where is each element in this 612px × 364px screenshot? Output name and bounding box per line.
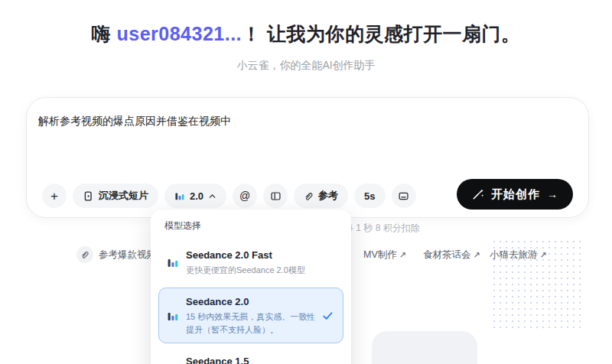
suggestion-label: MV制作 [363,249,397,260]
model-name: Seedance 2.0 [186,295,320,310]
username: user084321... [116,23,242,44]
immersive-label: 沉浸式短片 [99,189,148,203]
app-canvas: 嗨 user084321...！ 让我为你的灵感打开一扇门。 小云雀，你的全能A… [0,0,612,364]
composer-toolbar: + 沉浸式短片 2.0 @ [42,184,416,208]
model-name: Seedance 1.5 [186,355,335,364]
at-icon: @ [239,190,250,202]
suggestion-cat-travel[interactable]: 小猫去旅游↗ [490,249,547,262]
add-attachment-button[interactable]: + [42,184,67,208]
bottom-card-edge [372,331,477,364]
prompt-card: 解析参考视频的爆点原因并借鉴在视频中 + 沉浸式短片 2.0 [26,97,589,218]
suggestion-label: 参考爆款视频 [99,249,156,262]
greeting-suffix: ！ 让我为你的灵感打开一扇门。 [242,23,520,44]
arrow-up-right-icon: ↗ [399,250,406,259]
prompt-input[interactable]: 解析参考视频的爆点原因并借鉴在视频中 [38,113,573,129]
plus-icon: + [50,190,58,203]
frame-button[interactable] [263,184,288,208]
suggestion-food-tea-party[interactable]: 食材茶话会↗ [423,249,480,262]
mention-button[interactable]: @ [233,184,257,208]
chevron-up-icon [208,192,216,200]
model-version-button[interactable]: 2.0 [164,184,226,208]
reference-button[interactable]: 参考 [294,184,348,208]
check-icon [322,310,334,321]
magic-wand-icon [472,188,484,200]
model-option-seedance-2-0[interactable]: Seedance 2.0 15 秒内效果无损，真实感、一致性提升（暂不支持人脸）… [158,288,343,343]
reference-label: 参考 [318,189,338,203]
portrait-video-icon [83,190,94,202]
bar-chart-icon [167,310,179,322]
model-version-label: 2.0 [190,190,203,202]
caption-button[interactable] [392,184,416,208]
suggestion-label: 食材茶话会 [423,249,471,260]
start-create-button[interactable]: 开始创作 → [457,179,573,210]
assistant-tagline: 小云雀，你的全能AI创作助手 [0,59,612,73]
model-description: 15 秒内效果无损，真实感、一致性提升（暂不支持人脸）。 [186,310,320,336]
model-option-seedance-1-5[interactable]: Seedance 1.5 音画直出，轻松打造沉浸式短片 [158,347,343,364]
suggestion-label: 小猫去旅游 [490,249,538,260]
model-name: Seedance 2.0 Fast [186,249,335,263]
model-select-menu: 模型选择 Seedance 2.0 Fast 更快更便宜的Seedance 2.… [151,210,351,364]
model-option-seedance-2-0-fast[interactable]: Seedance 2.0 Fast 更快更便宜的Seedance 2.0模型 [158,241,343,284]
duration-button[interactable]: 5s [354,184,385,208]
model-description: 更快更便宜的Seedance 2.0模型 [186,264,335,277]
caption-icon [398,190,409,202]
suggestion-mv-production[interactable]: MV制作↗ [363,249,406,262]
arrow-right-icon: → [547,188,558,200]
immersive-short-film-button[interactable]: 沉浸式短片 [73,184,158,208]
arrow-up-right-icon: ↗ [540,250,547,259]
frame-icon [270,190,282,202]
credit-cost-note: 每 1 秒 8 积分扣除 [344,222,420,235]
bar-chart-icon [167,256,179,268]
menu-header: 模型选择 [164,219,343,232]
page-title: 嗨 user084321...！ 让我为你的灵感打开一扇门。 [0,21,612,47]
paperclip-icon [304,191,314,201]
greeting-prefix: 嗨 [92,23,117,44]
duration-label: 5s [364,190,375,202]
paperclip-bubble-icon [76,246,93,263]
start-create-label: 开始创作 [491,187,540,202]
bar-chart-icon [174,190,185,201]
arrow-up-right-icon: ↗ [474,250,480,259]
